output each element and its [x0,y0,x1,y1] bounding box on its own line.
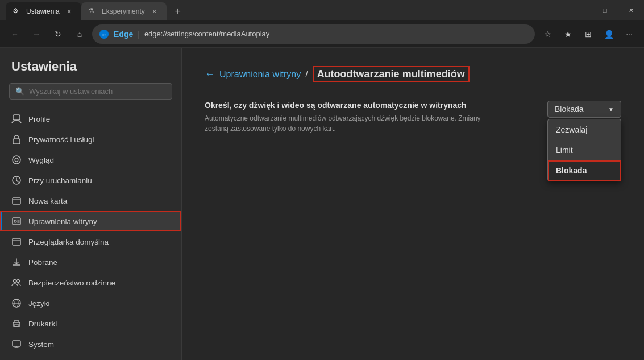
startup-icon [11,175,22,185]
svg-point-12 [17,280,20,283]
svg-point-9 [14,220,16,222]
autoplay-dropdown[interactable]: Blokada ▼ Zezwalaj Limit Blokada [547,101,621,118]
address-text: edge://settings/content/mediaAutoplay [144,30,528,38]
downloads-icon [11,257,22,267]
experiments-tab-icon: ⚗ [88,7,97,16]
defaultbrowser-icon [11,237,22,247]
tab-experiments[interactable]: ⚗ Eksperymenty ✕ [81,2,167,20]
dropdown-selected-label: Blokada [555,105,584,114]
sidebar-item-system-label: System [28,340,54,349]
profile-icon [11,114,22,124]
content-area: ← Uprawnienia witryny / Autoodtwarzanie … [182,48,644,360]
back-button[interactable]: ← [6,25,24,43]
sidebar-item-reset[interactable]: Resetuj ustawienia [0,354,181,360]
settings-tab-label: Ustawienia [26,7,60,15]
breadcrumb-separator: / [305,69,308,80]
sidebar: Ustawienia 🔍 Profile Prywatność i usługi… [0,48,182,360]
sidebar-item-appearance[interactable]: Wygląd [0,150,181,170]
browser-essentials-button[interactable]: ⊞ [579,25,597,43]
sidebar-item-newtab-label: Nowa karta [28,197,67,205]
dropdown-option-limit[interactable]: Limit [548,140,621,160]
sidebar-item-family[interactable]: Bezpieczeństwo rodzinne [0,272,181,293]
dropdown-button[interactable]: Blokada ▼ [547,101,621,118]
settings-tab-close[interactable]: ✕ [64,6,74,16]
setting-title: Określ, czy dźwięk i wideo są odtwarzane… [205,101,525,110]
sidebar-item-downloads-label: Pobrane [28,258,57,267]
sidebar-title: Ustawienia [0,59,181,83]
sidebar-item-languages-label: Języki [28,299,50,308]
tabs-area: ⚙ Ustawienia ✕ ⚗ Eksperymenty ✕ + [0,0,566,20]
svg-rect-10 [13,238,20,245]
dropdown-option-allow[interactable]: Zezwalaj [548,119,621,140]
menu-button[interactable]: ··· [620,25,638,43]
lock-icon [11,134,22,144]
dropdown-menu: Zezwalaj Limit Blokada [547,119,621,181]
sidebar-item-privacy[interactable]: Prywatność i usługi [0,129,181,150]
tab-settings[interactable]: ⚙ Ustawienia ✕ [6,2,81,20]
breadcrumb: ← Uprawnienia witryny / Autoodtwarzanie … [205,66,621,82]
breadcrumb-parent-link[interactable]: Uprawnienia witryny [219,69,301,80]
experiments-tab-close[interactable]: ✕ [149,6,160,16]
siteperms-icon [11,216,22,226]
nav-tools: ☆ ★ ⊞ 👤 ··· [538,25,638,43]
refresh-button[interactable]: ↻ [49,25,67,43]
sidebar-item-profile[interactable]: Profile [0,109,181,129]
sidebar-item-siteperms-label: Uprawnienia witryny [28,217,97,226]
title-bar: ⚙ Ustawienia ✕ ⚗ Eksperymenty ✕ + — □ ✕ [0,0,644,20]
sidebar-item-system[interactable]: System [0,334,181,354]
printers-icon [11,318,22,329]
experiments-tab-label: Eksperymenty [102,7,145,15]
window-controls: — □ ✕ [566,0,644,20]
profile-button[interactable]: 👤 [600,25,618,43]
svg-text:e: e [102,31,106,38]
appearance-icon [11,155,22,165]
svg-rect-3 [13,139,20,144]
sidebar-item-profile-label: Profile [28,115,50,123]
sidebar-item-defaultbrowser-label: Przeglądarka domyślna [28,238,109,246]
home-button[interactable]: ⌂ [70,25,89,43]
sidebar-item-newtab[interactable]: Nowa karta [0,191,181,211]
minimize-button[interactable]: — [566,0,592,20]
search-icon: 🔍 [15,87,24,96]
breadcrumb-current-page: Autoodtwarzanie multimediów [313,66,470,82]
sidebar-item-startup[interactable]: Przy uruchamianiu [0,170,181,191]
edge-label: Edge [114,30,133,39]
close-button[interactable]: ✕ [618,0,644,20]
svg-point-5 [15,158,18,162]
sidebar-item-family-label: Bezpieczeństwo rodzinne [28,279,115,287]
sidebar-item-privacy-label: Prywatność i usługi [28,135,94,144]
sidebar-item-languages[interactable]: Języki [0,293,181,313]
edge-logo-icon: e [99,29,109,39]
newtab-icon [11,196,22,206]
svg-rect-16 [14,325,19,326]
main-layout: Ustawienia 🔍 Profile Prywatność i usługi… [0,48,644,360]
setting-info: Określ, czy dźwięk i wideo są odtwarzane… [205,101,525,134]
svg-point-11 [14,280,16,283]
nav-bar: ← → ↻ ⌂ e Edge | edge://settings/content… [0,20,644,48]
sidebar-item-defaultbrowser[interactable]: Przeglądarka domyślna [0,231,181,252]
svg-rect-2 [13,115,20,120]
sidebar-item-printers[interactable]: Drukarki [0,313,181,334]
forward-button[interactable]: → [27,25,45,43]
dropdown-option-block[interactable]: Blokada [548,160,621,181]
maximize-button[interactable]: □ [592,0,618,20]
favorite-button[interactable]: ☆ [538,25,556,43]
sidebar-item-downloads[interactable]: Pobrane [0,252,181,272]
setting-row: Określ, czy dźwięk i wideo są odtwarzane… [205,101,621,134]
setting-description: Automatyczne odtwarzanie multimediów odt… [205,113,500,134]
search-box[interactable]: 🔍 [9,83,172,100]
collections-button[interactable]: ★ [559,25,577,43]
sidebar-item-appearance-label: Wygląd [28,156,54,164]
new-tab-button[interactable]: + [169,2,187,20]
sidebar-item-startup-label: Przy uruchamianiu [28,176,92,185]
search-input[interactable] [29,87,166,96]
system-icon [11,339,22,349]
svg-point-4 [13,156,20,164]
address-bar[interactable]: e Edge | edge://settings/content/mediaAu… [92,24,535,44]
sidebar-item-siteperms[interactable]: Uprawnienia witryny [0,211,181,231]
svg-rect-17 [13,341,20,346]
breadcrumb-back-icon[interactable]: ← [205,68,215,80]
family-icon [11,278,22,288]
svg-rect-7 [13,198,20,204]
languages-icon [11,298,22,308]
